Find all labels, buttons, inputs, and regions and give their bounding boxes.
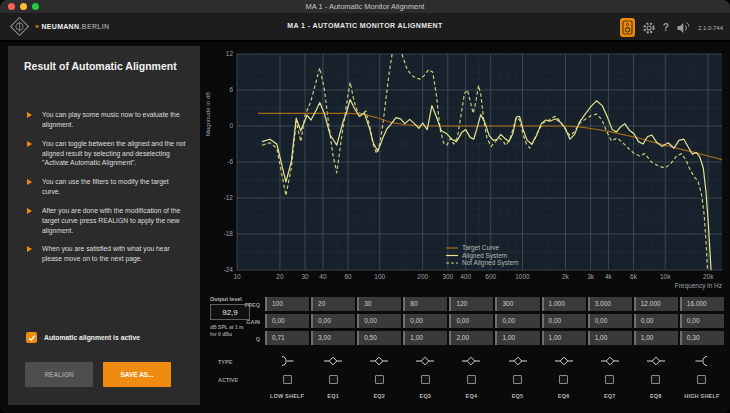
- eq-gain-cell-4[interactable]: 0,00: [449, 314, 493, 328]
- eq-table: Output level 92,9 dB SPL at 1 m for 0 dB…: [202, 294, 726, 348]
- filter-type-peak-icon[interactable]: [508, 354, 528, 368]
- active-checkbox-eq1[interactable]: [329, 375, 338, 384]
- svg-text:-12: -12: [224, 194, 234, 201]
- active-checkbox-eq4[interactable]: [467, 375, 476, 384]
- active-label: ACTIVE: [218, 377, 238, 383]
- frequency-response-chart: 1260-6-12-18-241020304060100200300400600…: [202, 44, 726, 296]
- eq-freq-cell-9[interactable]: 16.000: [680, 297, 724, 311]
- result-panel: Result of Automatic Alignment You can pl…: [8, 46, 200, 405]
- eq-gain-cell-2[interactable]: 0,00: [357, 314, 401, 328]
- svg-text:30: 30: [301, 273, 309, 280]
- svg-text:0: 0: [229, 122, 233, 129]
- active-checkbox-eq6[interactable]: [559, 375, 568, 384]
- filter-column-eq7: EQ7: [588, 352, 632, 399]
- eq-q-cell-7[interactable]: 1,00: [588, 331, 632, 345]
- eq-freq-cell-1[interactable]: 20: [311, 297, 355, 311]
- active-checkbox-eq5[interactable]: [513, 375, 522, 384]
- svg-text:2k: 2k: [562, 273, 570, 280]
- band-label: EQ2: [373, 393, 385, 399]
- instruction-text: You can use the filters to modify the ta…: [42, 177, 186, 197]
- eq-freq-cell-3[interactable]: 80: [403, 297, 447, 311]
- filter-type-peak-icon[interactable]: [600, 354, 620, 368]
- active-checkbox-eq3[interactable]: [421, 375, 430, 384]
- band-label: EQ8: [650, 393, 662, 399]
- eq-gain-cell-8[interactable]: 0,00: [634, 314, 678, 328]
- filter-type-highshelf-icon[interactable]: [692, 354, 712, 368]
- filter-column-high-shelf: HIGH SHELF: [680, 352, 724, 399]
- filter-type-peak-icon[interactable]: [461, 354, 481, 368]
- filter-column-eq3: EQ3: [403, 352, 447, 399]
- eq-q-cell-4[interactable]: 2,00: [449, 331, 493, 345]
- svg-text:-18: -18: [224, 230, 234, 237]
- active-checkbox-eq8[interactable]: [651, 375, 660, 384]
- svg-text:20: 20: [276, 273, 284, 280]
- svg-text:60: 60: [344, 273, 352, 280]
- instruction-item: After you are done with the modification…: [24, 206, 186, 236]
- eq-freq-cell-0[interactable]: 100: [265, 297, 309, 311]
- eq-freq-cell-4[interactable]: 120: [449, 297, 493, 311]
- settings-gear-icon[interactable]: [642, 21, 656, 35]
- filter-type-peak-icon[interactable]: [646, 354, 666, 368]
- svg-text:10: 10: [233, 273, 241, 280]
- speaker-feedback-icon[interactable]: [676, 21, 691, 35]
- help-icon[interactable]: ?: [663, 22, 669, 33]
- eq-q-cell-5[interactable]: 1,00: [495, 331, 539, 345]
- checked-checkbox-icon[interactable]: [26, 332, 37, 343]
- app-window: MA 1 - Automatic Monitor Alignment » NEU…: [0, 0, 730, 413]
- svg-text:-24: -24: [224, 266, 234, 273]
- eq-gain-cell-6[interactable]: 0,00: [542, 314, 586, 328]
- band-label: EQ5: [512, 393, 524, 399]
- panel-title: Result of Automatic Alignment: [24, 60, 184, 72]
- eq-gain-cell-7[interactable]: 0,00: [588, 314, 632, 328]
- svg-text:10k: 10k: [660, 273, 671, 280]
- eq-gain-cell-3[interactable]: 0,00: [403, 314, 447, 328]
- instruction-text: You can play some music now to evaluate …: [42, 110, 186, 130]
- type-label: TYPE: [218, 359, 232, 365]
- eq-gain-cell-1[interactable]: 0,00: [311, 314, 355, 328]
- monitor-speaker-button[interactable]: [620, 18, 635, 37]
- filter-type-peak-icon[interactable]: [323, 354, 343, 368]
- eq-freq-cell-7[interactable]: 3.000: [588, 297, 632, 311]
- svg-text:100: 100: [374, 273, 385, 280]
- svg-text:6: 6: [229, 86, 233, 93]
- titlebar: MA 1 - Automatic Monitor Alignment: [0, 0, 730, 13]
- filter-type-peak-icon[interactable]: [415, 354, 435, 368]
- filter-type-peak-icon[interactable]: [369, 354, 389, 368]
- eq-gain-cell-9[interactable]: 0,00: [680, 314, 724, 328]
- active-checkbox-eq7[interactable]: [605, 375, 614, 384]
- active-checkbox-eq2[interactable]: [375, 375, 384, 384]
- filter-column-eq1: EQ1: [311, 352, 355, 399]
- eq-q-cell-8[interactable]: 1,00: [634, 331, 678, 345]
- eq-freq-cell-8[interactable]: 12.000: [634, 297, 678, 311]
- svg-text:20k: 20k: [703, 273, 714, 280]
- eq-q-cell-3[interactable]: 1,00: [403, 331, 447, 345]
- x-axis-label: Frequency in Hz: [675, 282, 722, 290]
- svg-text:3k: 3k: [587, 273, 595, 280]
- eq-freq-cell-6[interactable]: 1.000: [542, 297, 586, 311]
- filter-type-lowshelf-icon[interactable]: [277, 354, 297, 368]
- instruction-text: When you are satisfied with what you hea…: [42, 244, 186, 264]
- eq-gain-cell-0[interactable]: 0,00: [265, 314, 309, 328]
- realign-button[interactable]: REALIGN: [25, 362, 93, 387]
- eq-q-cell-1[interactable]: 3,00: [311, 331, 355, 345]
- active-checkbox-low-shelf[interactable]: [283, 375, 292, 384]
- save-as-button[interactable]: SAVE AS...: [103, 362, 171, 387]
- instruction-text: You can toggle between the aligned and t…: [42, 139, 186, 169]
- filter-type-peak-icon[interactable]: [554, 354, 574, 368]
- window-title: MA 1 - Automatic Monitor Alignment: [0, 2, 730, 11]
- eq-q-cell-2[interactable]: 0,50: [357, 331, 401, 345]
- eq-freq-cell-2[interactable]: 30: [357, 297, 401, 311]
- instruction-list: You can play some music now to evaluate …: [24, 110, 186, 273]
- eq-q-cell-0[interactable]: 0,71: [265, 331, 309, 345]
- svg-text:4k: 4k: [605, 273, 613, 280]
- eq-q-cell-6[interactable]: 1,00: [542, 331, 586, 345]
- eq-q-cell-9[interactable]: 0,30: [680, 331, 724, 345]
- svg-text:40: 40: [319, 273, 327, 280]
- svg-text:200: 200: [417, 273, 428, 280]
- filter-column-eq4: EQ4: [449, 352, 493, 399]
- automatic-alignment-toggle[interactable]: Automatic alignment is active: [26, 332, 140, 343]
- eq-gain-cell-5[interactable]: 0,00: [495, 314, 539, 328]
- eq-freq-cell-5[interactable]: 300: [495, 297, 539, 311]
- active-checkbox-high-shelf[interactable]: [697, 375, 706, 384]
- instruction-item: You can toggle between the aligned and t…: [24, 139, 186, 169]
